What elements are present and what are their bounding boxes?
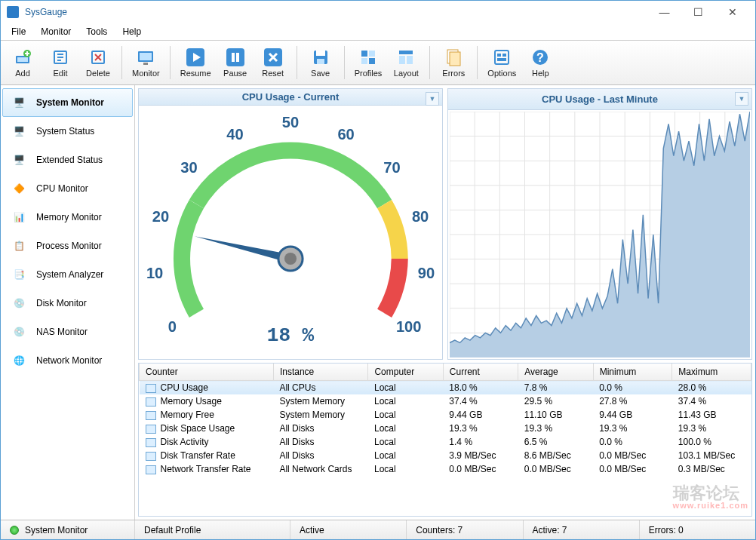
options-button[interactable]: Options	[484, 43, 520, 82]
svg-rect-15	[317, 59, 324, 64]
sidebar-icon: 🔶	[9, 180, 29, 197]
col-maximum[interactable]: Maximum	[672, 364, 751, 381]
svg-text:?: ?	[536, 51, 544, 64]
counters-table[interactable]: CounterInstanceComputerCurrentAverageMin…	[138, 363, 752, 517]
col-average[interactable]: Average	[518, 364, 593, 381]
close-button[interactable]: ✕	[715, 1, 749, 23]
counter-icon	[146, 384, 156, 393]
menu-monitor[interactable]: Monitor	[33, 25, 78, 38]
col-computer[interactable]: Computer	[368, 364, 443, 381]
counter-icon	[146, 397, 156, 407]
menu-help[interactable]: Help	[115, 25, 149, 38]
monitor-button[interactable]: Monitor	[128, 43, 164, 82]
maximize-button[interactable]: ☐	[681, 1, 715, 23]
menu-file[interactable]: File	[4, 25, 33, 38]
delete-button[interactable]: Delete	[81, 43, 115, 82]
sidebar-item-label: NAS Monitor	[36, 327, 88, 337]
sidebar-item-label: Memory Monitor	[36, 212, 102, 222]
counter-icon	[146, 411, 156, 420]
help-button[interactable]: ?Help	[523, 43, 558, 82]
svg-rect-26	[497, 54, 501, 57]
svg-rect-20	[399, 51, 413, 54]
svg-text:30: 30	[180, 159, 197, 176]
delete-icon	[88, 48, 108, 67]
sidebar-item-label: Process Monitor	[36, 241, 102, 251]
sidebar-item-memory-monitor[interactable]: 📊Memory Monitor	[2, 203, 133, 232]
svg-rect-6	[140, 53, 152, 60]
panel-title: CPU Usage - Current ▼	[139, 89, 442, 106]
edit-button[interactable]: Edit	[43, 43, 78, 82]
panel-dropdown[interactable]: ▼	[426, 92, 439, 106]
sidebar-item-label: CPU Monitor	[36, 183, 88, 194]
svg-text:50: 50	[282, 114, 299, 130]
toolbar: Add Edit Delete Monitor Resume Pause Res…	[1, 40, 755, 85]
svg-text:60: 60	[337, 126, 354, 143]
sidebar-icon: 🖥️	[9, 152, 29, 168]
svg-rect-21	[399, 56, 405, 64]
sidebar-item-label: Extended Status	[36, 155, 103, 165]
svg-text:10: 10	[146, 265, 163, 281]
play-icon	[186, 48, 205, 67]
menu-tools[interactable]: Tools	[78, 25, 115, 38]
col-instance[interactable]: Instance	[273, 364, 368, 381]
profiles-button[interactable]: Profiles	[351, 43, 386, 82]
svg-rect-10	[232, 53, 235, 62]
table-row[interactable]: Memory FreeSystem MemoryLocal9.44 GB11.1…	[140, 408, 751, 422]
table-row[interactable]: Disk Space UsageAll DisksLocal19.3 %19.3…	[140, 422, 751, 435]
svg-rect-28	[497, 58, 506, 61]
table-row[interactable]: CPU UsageAll CPUsLocal18.0 %7.8 %0.0 %28…	[140, 381, 751, 395]
errors-button[interactable]: Errors	[436, 43, 471, 82]
layout-button[interactable]: Layout	[389, 43, 423, 82]
pause-button[interactable]: Pause	[218, 43, 253, 82]
table-row[interactable]: Disk ActivityAll DisksLocal1.4 %6.5 %0.0…	[140, 435, 751, 449]
svg-rect-27	[502, 54, 506, 57]
gauge-panel-current: CPU Usage - Current ▼ 01020304050	[138, 88, 443, 360]
cpu-gauge: 0102030405060708090100	[139, 106, 442, 359]
sidebar: 🖥️System Monitor🖥️System Status🖥️Extende…	[1, 85, 135, 520]
sidebar-item-system-monitor[interactable]: 🖥️System Monitor	[2, 88, 133, 117]
sidebar-item-nas-monitor[interactable]: 💿NAS Monitor	[2, 318, 133, 346]
errors-icon	[444, 48, 463, 67]
reset-button[interactable]: Reset	[256, 43, 290, 82]
sidebar-item-cpu-monitor[interactable]: 🔶CPU Monitor	[2, 174, 133, 203]
add-icon	[13, 48, 32, 67]
statusbar: System Monitor Default Profile Active Co…	[1, 520, 755, 539]
status-state: Active	[300, 525, 324, 535]
status-profile: Default Profile	[144, 525, 201, 535]
svg-rect-14	[316, 51, 325, 56]
col-counter[interactable]: Counter	[140, 364, 274, 381]
svg-rect-7	[143, 63, 148, 65]
svg-rect-18	[361, 58, 367, 64]
table-row[interactable]: Disk Transfer RateAll DisksLocal3.9 MB/S…	[140, 449, 751, 462]
help-icon: ?	[530, 48, 550, 67]
minimize-button[interactable]: —	[647, 1, 681, 23]
sidebar-icon: 🖥️	[9, 123, 29, 140]
status-indicator-icon	[10, 526, 19, 535]
sidebar-icon: 💿	[9, 324, 29, 340]
svg-rect-1	[17, 57, 28, 62]
table-row[interactable]: Memory UsageSystem MemoryLocal37.4 %29.5…	[140, 394, 751, 408]
svg-rect-24	[450, 52, 460, 66]
col-current[interactable]: Current	[443, 364, 518, 381]
chart-panel-lastminute: CPU Usage - Last Minute ▼	[447, 88, 752, 360]
sidebar-item-extended-status[interactable]: 🖥️Extended Status	[2, 146, 133, 174]
sidebar-item-system-analyzer[interactable]: 📑System Analyzer	[2, 260, 133, 289]
add-button[interactable]: Add	[5, 43, 40, 82]
titlebar: SysGauge — ☐ ✕	[1, 1, 755, 23]
table-row[interactable]: Network Transfer RateAll Network CardsLo…	[140, 462, 751, 476]
menubar: File Monitor Tools Help	[1, 23, 755, 40]
options-icon	[492, 48, 512, 67]
sidebar-icon: 🌐	[9, 352, 29, 369]
panel-dropdown[interactable]: ▼	[735, 92, 748, 106]
status-counters: Counters: 7	[416, 525, 463, 535]
svg-rect-22	[407, 56, 413, 64]
svg-rect-11	[236, 53, 239, 62]
save-button[interactable]: Save	[303, 43, 338, 82]
resume-button[interactable]: Resume	[177, 43, 215, 82]
col-minimum[interactable]: Minimum	[593, 364, 672, 381]
sidebar-item-system-status[interactable]: 🖥️System Status	[2, 117, 133, 146]
svg-text:70: 70	[383, 159, 400, 176]
sidebar-item-process-monitor[interactable]: 📋Process Monitor	[2, 232, 133, 260]
sidebar-item-network-monitor[interactable]: 🌐Network Monitor	[2, 346, 133, 375]
sidebar-item-disk-monitor[interactable]: 💿Disk Monitor	[2, 289, 133, 318]
